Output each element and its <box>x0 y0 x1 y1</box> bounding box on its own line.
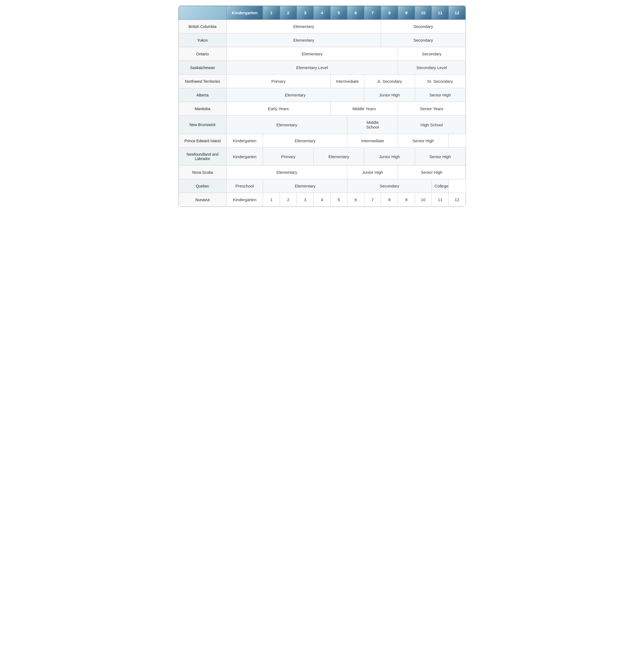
table-row: Newfoundland andLabradorKindergartenPrim… <box>179 148 465 166</box>
header-grade-7: 7 <box>364 6 381 20</box>
level-cell: Elementary <box>314 148 364 166</box>
level-cell: High School <box>398 116 465 134</box>
level-cell: Elementary <box>226 34 381 47</box>
province-cell: Nunavut <box>179 193 226 207</box>
school-levels-table: Kindergarten 1 2 3 4 5 6 7 8 9 10 11 12 … <box>178 5 466 207</box>
table-row: NunavutKindergarten123456789101112 <box>179 193 465 207</box>
table-row: ManitobaEarly YearsMiddle YearsSenior Ye… <box>179 102 465 116</box>
table-row: AlbertaElementaryJunior HighSenior High <box>179 88 465 102</box>
grade-cell: 11 <box>432 193 449 207</box>
header-grade-12: 12 <box>449 6 465 20</box>
level-cell: Sr. Secondary <box>415 75 465 88</box>
table-row: SaskatchewanElementary LevelSecondary Le… <box>179 61 465 75</box>
level-cell: Elementary Level <box>226 61 398 75</box>
level-cell: Senior High <box>415 148 465 166</box>
grade-cell: Kindergarten <box>226 193 263 207</box>
table-row: British ColumbiaElementarySecondary <box>179 20 465 34</box>
table-row: Prince Edward IslandKindergartenElementa… <box>179 134 465 148</box>
header-grade-11: 11 <box>432 6 449 20</box>
table-row: QuebecPreschoolElementarySecondaryColleg… <box>179 179 465 193</box>
header-grade-1: 1 <box>263 6 280 20</box>
level-cell: Secondary <box>347 179 432 193</box>
level-cell: Early Years <box>226 102 330 116</box>
level-cell: Secondary <box>381 34 465 47</box>
level-cell: Secondary <box>398 47 465 61</box>
grade-cell: 3 <box>297 193 314 207</box>
grade-cell: 12 <box>449 193 465 207</box>
level-cell: Middle Years <box>330 102 398 116</box>
province-cell: Prince Edward Island <box>179 134 226 148</box>
level-cell: Junior High <box>347 166 398 179</box>
level-cell: Primary <box>226 75 330 88</box>
grade-cell: 7 <box>364 193 381 207</box>
table-row: New BrunswickElementaryMiddleSchoolHigh … <box>179 116 465 134</box>
province-cell: New Brunswick <box>179 116 226 134</box>
level-cell: Kindergarten <box>226 134 263 148</box>
header-province <box>179 6 226 20</box>
header-grade-2: 2 <box>280 6 297 20</box>
level-cell: Senior High <box>398 166 465 179</box>
table-row: OntarioElementarySecondary <box>179 47 465 61</box>
header-kindergarten: Kindergarten <box>226 6 263 20</box>
level-cell: Elementary <box>226 47 398 61</box>
table-row: YukonElementarySecondary <box>179 34 465 47</box>
header-grade-4: 4 <box>314 6 331 20</box>
grade-cell: 8 <box>381 193 398 207</box>
grade-cell: 6 <box>347 193 364 207</box>
level-cell: Elementary <box>226 88 364 102</box>
level-cell: Intermediate <box>347 134 398 148</box>
level-cell: MiddleSchool <box>347 116 398 134</box>
header-grade-9: 9 <box>398 6 415 20</box>
level-cell: Senior High <box>398 134 449 148</box>
level-cell: Senior Years <box>398 102 465 116</box>
province-cell: Northwest Territories <box>179 75 226 88</box>
level-cell: Elementary <box>226 116 347 134</box>
province-cell: Newfoundland andLabrador <box>179 148 226 166</box>
table-row: Nova ScotiaElementaryJunior HighSenior H… <box>179 166 465 179</box>
grade-cell: 1 <box>263 193 280 207</box>
province-cell: Saskatchewan <box>179 61 226 75</box>
grade-cell: 9 <box>398 193 415 207</box>
level-cell: Elementary <box>226 166 347 179</box>
header-grade-8: 8 <box>381 6 398 20</box>
grade-cell: 10 <box>415 193 432 207</box>
province-cell: Ontario <box>179 47 226 61</box>
level-cell: Intermediate <box>330 75 364 88</box>
level-cell: Elementary <box>263 179 347 193</box>
level-cell: Jr. Secondary <box>364 75 415 88</box>
grade-cell: 4 <box>314 193 331 207</box>
level-cell: Elementary <box>263 134 347 148</box>
header-grade-6: 6 <box>347 6 364 20</box>
level-cell: Senior High <box>415 88 465 102</box>
table-row: Northwest TerritoriesPrimaryIntermediate… <box>179 75 465 88</box>
level-cell: Junior High <box>364 88 415 102</box>
header-grade-3: 3 <box>297 6 314 20</box>
level-cell: Elementary <box>226 20 381 34</box>
province-cell: Quebec <box>179 179 226 193</box>
level-cell: Preschool <box>226 179 263 193</box>
level-cell: College <box>432 179 449 193</box>
grade-cell: 2 <box>280 193 297 207</box>
level-cell: Secondary <box>381 20 465 34</box>
province-cell: Nova Scotia <box>179 166 226 179</box>
level-cell: Secondary Level <box>398 61 465 75</box>
level-cell: Junior High <box>364 148 415 166</box>
province-cell: British Columbia <box>179 20 226 34</box>
level-cell: Primary <box>263 148 314 166</box>
grade-cell: 5 <box>330 193 347 207</box>
level-cell: Kindergarten <box>226 148 263 166</box>
province-cell: Yukon <box>179 34 226 47</box>
province-cell: Alberta <box>179 88 226 102</box>
province-cell: Manitoba <box>179 102 226 116</box>
header-grade-5: 5 <box>330 6 347 20</box>
header-grade-10: 10 <box>415 6 432 20</box>
